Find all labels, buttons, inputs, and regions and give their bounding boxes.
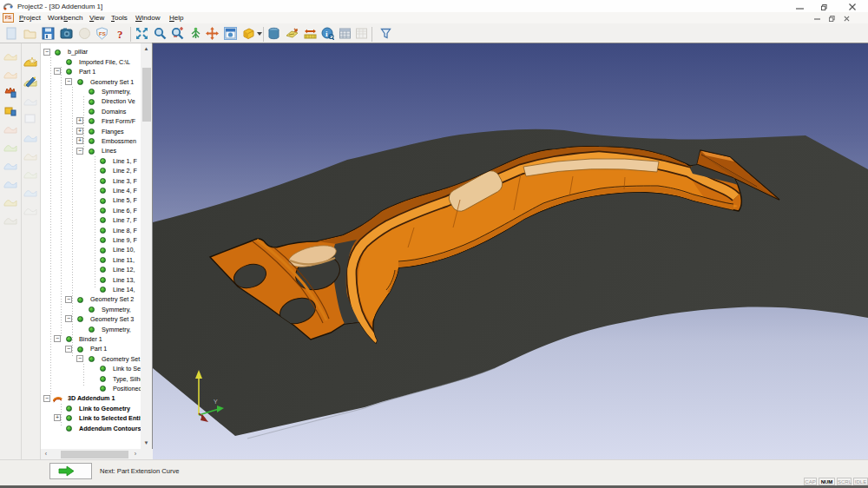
svg-text:FS: FS [99,31,106,36]
svg-text:?: ? [117,28,123,41]
svg-text:Y: Y [214,399,218,405]
